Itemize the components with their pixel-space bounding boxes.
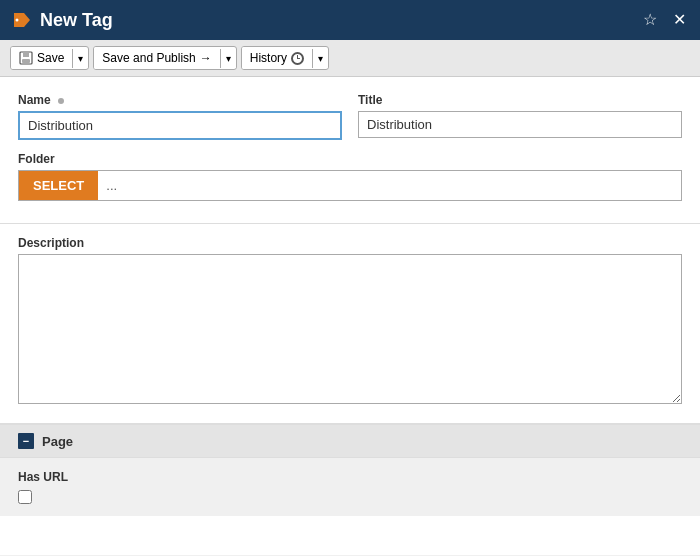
save-publish-dropdown-button[interactable]: ▾ xyxy=(220,49,236,68)
page-content: Has URL xyxy=(0,458,700,516)
toolbar: Save ▾ Save and Publish → ▾ History ▾ xyxy=(0,40,700,77)
page-section: − Page Has URL xyxy=(0,425,700,516)
history-dropdown-arrow: ▾ xyxy=(318,53,323,64)
tag-icon xyxy=(10,9,32,31)
description-label: Description xyxy=(18,224,682,250)
name-label: Name xyxy=(18,93,342,107)
save-publish-group: Save and Publish → ▾ xyxy=(93,46,236,70)
window-header: New Tag ☆ ✕ xyxy=(0,0,700,40)
save-publish-label: Save and Publish xyxy=(102,51,195,65)
name-title-row: Name Title xyxy=(18,93,682,140)
content-area: Name Title Folder SELECT ... Description xyxy=(0,77,700,555)
save-group: Save ▾ xyxy=(10,46,89,70)
svg-point-1 xyxy=(16,19,19,22)
history-label: History xyxy=(250,51,287,65)
has-url-label: Has URL xyxy=(18,470,682,484)
required-indicator xyxy=(58,98,64,104)
save-and-publish-button[interactable]: Save and Publish → xyxy=(94,47,219,69)
select-folder-button[interactable]: SELECT xyxy=(19,171,98,200)
name-input[interactable] xyxy=(18,111,342,140)
history-dropdown-button[interactable]: ▾ xyxy=(312,49,328,68)
close-button[interactable]: ✕ xyxy=(669,10,690,30)
svg-rect-4 xyxy=(22,59,30,63)
name-group: Name xyxy=(18,93,342,140)
page-section-toggle[interactable]: − xyxy=(18,433,34,449)
publish-arrow-icon: → xyxy=(200,51,212,65)
save-label: Save xyxy=(37,51,64,65)
history-group: History ▾ xyxy=(241,46,329,70)
header-actions: ☆ ✕ xyxy=(639,10,690,30)
clock-icon xyxy=(291,52,304,65)
page-section-header: − Page xyxy=(0,425,700,458)
save-publish-dropdown-arrow: ▾ xyxy=(226,53,231,64)
history-button[interactable]: History xyxy=(242,47,312,69)
save-button[interactable]: Save xyxy=(11,47,72,69)
folder-path: ... xyxy=(98,173,681,198)
description-textarea[interactable] xyxy=(18,254,682,404)
save-icon xyxy=(19,51,33,65)
folder-group: Folder SELECT ... xyxy=(18,152,682,213)
title-label: Title xyxy=(358,93,682,107)
name-title-section: Name Title Folder SELECT ... xyxy=(0,77,700,224)
page-title: New Tag xyxy=(40,10,639,31)
folder-label: Folder xyxy=(18,152,682,166)
title-input[interactable] xyxy=(358,111,682,138)
page-section-title: Page xyxy=(42,434,73,449)
description-section: Description xyxy=(0,224,700,425)
star-button[interactable]: ☆ xyxy=(639,10,661,30)
svg-rect-3 xyxy=(23,52,29,57)
has-url-wrapper xyxy=(18,490,682,504)
folder-row: SELECT ... xyxy=(18,170,682,201)
title-group: Title xyxy=(358,93,682,140)
save-dropdown-button[interactable]: ▾ xyxy=(72,49,88,68)
save-dropdown-arrow: ▾ xyxy=(78,53,83,64)
has-url-checkbox[interactable] xyxy=(18,490,32,504)
